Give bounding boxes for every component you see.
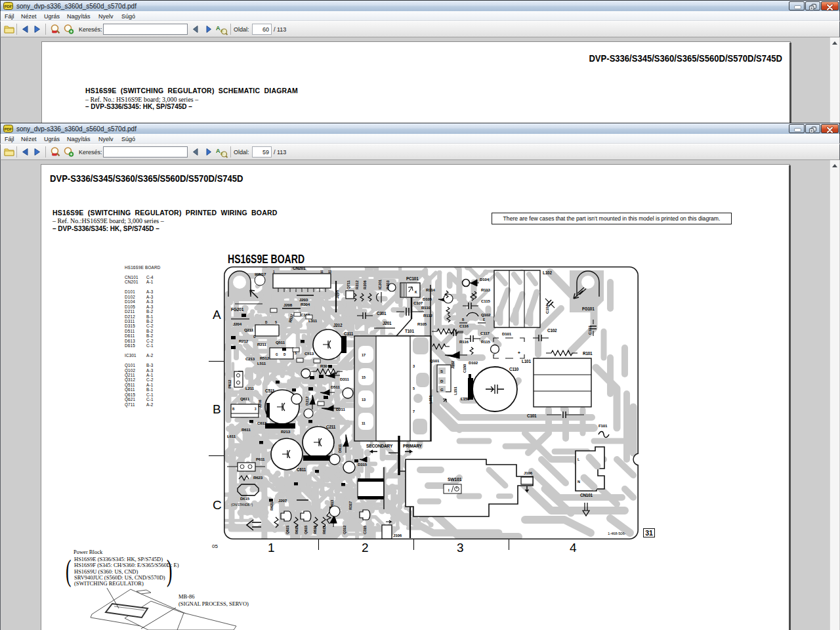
- svg-text:D211: D211: [336, 407, 345, 411]
- svg-text:J204: J204: [233, 322, 242, 326]
- svg-text:FG101: FG101: [582, 306, 595, 311]
- svg-text:L611: L611: [227, 434, 236, 438]
- svg-text:Q611: Q611: [240, 396, 250, 401]
- svg-text:R213: R213: [281, 429, 291, 434]
- svg-text:R616: R616: [313, 525, 317, 534]
- svg-text:J106: J106: [393, 533, 402, 537]
- svg-text:C101: C101: [527, 413, 537, 418]
- svg-text:C315: C315: [363, 525, 367, 534]
- svg-text:R621: R621: [270, 501, 274, 511]
- svg-text:D311: D311: [340, 377, 349, 381]
- svg-text:R304: R304: [301, 302, 310, 306]
- svg-text:N: N: [578, 480, 580, 484]
- svg-text:C107: C107: [413, 301, 423, 305]
- svg-text:SECONDARY: SECONDARY: [366, 444, 393, 448]
- svg-text:T101: T101: [405, 329, 414, 333]
- svg-text:E: E: [483, 318, 485, 322]
- svg-text:J202: J202: [333, 323, 343, 327]
- svg-text:D101: D101: [502, 331, 512, 336]
- svg-text:R101: R101: [583, 351, 593, 356]
- svg-text:F101: F101: [598, 423, 608, 428]
- svg-text:R306: R306: [363, 280, 367, 289]
- svg-text:L102: L102: [543, 270, 552, 275]
- svg-text:99N17: 99N17: [255, 272, 266, 276]
- svg-text:R114: R114: [426, 287, 435, 292]
- svg-text:J106: J106: [524, 471, 533, 475]
- svg-text:S: S: [440, 369, 443, 373]
- svg-text:11: 11: [320, 270, 324, 274]
- svg-text:C150: C150: [463, 364, 467, 373]
- svg-text:J203: J203: [299, 297, 308, 302]
- svg-text:G: G: [440, 388, 444, 392]
- svg-text:R615: R615: [295, 525, 299, 534]
- svg-text:D102: D102: [469, 360, 478, 365]
- svg-text:C513: C513: [304, 351, 314, 356]
- svg-text:FG201: FG201: [231, 307, 244, 312]
- svg-text:D615: D615: [240, 496, 250, 501]
- svg-text:7: 7: [413, 410, 415, 413]
- svg-text:D104: D104: [480, 277, 490, 282]
- svg-text:D511: D511: [331, 385, 340, 389]
- svg-text:R115: R115: [481, 339, 490, 344]
- svg-text:+: +: [518, 350, 520, 355]
- svg-text:C301: C301: [377, 311, 387, 316]
- svg-text:R611: R611: [242, 427, 251, 432]
- svg-text:R105: R105: [417, 322, 427, 326]
- svg-text:J201: J201: [383, 321, 392, 326]
- svg-text:C117: C117: [480, 331, 490, 335]
- svg-text:R312: R312: [355, 280, 359, 289]
- svg-text:1-468-506-: 1-468-506-: [608, 532, 626, 536]
- svg-text:Q312: Q312: [343, 526, 346, 534]
- svg-text:L150: L150: [461, 396, 470, 401]
- svg-text:D212: D212: [305, 396, 309, 406]
- svg-text:15: 15: [362, 375, 366, 379]
- svg-text:J206: J206: [258, 400, 262, 408]
- svg-text:R113: R113: [481, 287, 490, 292]
- svg-text:S: S: [275, 321, 277, 324]
- svg-text:S: S: [295, 352, 297, 355]
- svg-text:(ON/STANDBY): (ON/STANDBY): [231, 503, 253, 507]
- svg-text:C110: C110: [509, 367, 519, 371]
- svg-text:A: A: [216, 148, 220, 154]
- svg-text:11: 11: [362, 421, 366, 425]
- svg-text:PDF: PDF: [5, 5, 12, 9]
- svg-text:17: 17: [362, 353, 366, 357]
- svg-text:Q711: Q711: [346, 280, 350, 289]
- svg-text:R112: R112: [423, 313, 432, 318]
- svg-text:C103: C103: [588, 326, 592, 335]
- svg-text:R623: R623: [253, 475, 263, 480]
- svg-text:13: 13: [328, 270, 331, 274]
- svg-text:Q511: Q511: [276, 340, 285, 345]
- svg-text:SW101: SW101: [448, 477, 462, 482]
- svg-text:C311: C311: [344, 331, 354, 336]
- svg-text:C611: C611: [297, 467, 306, 472]
- svg-text:Q621: Q621: [285, 525, 289, 534]
- svg-text:R110: R110: [421, 305, 430, 310]
- svg-text:Q211: Q211: [244, 327, 254, 332]
- svg-text:C102: C102: [547, 328, 557, 333]
- svg-text:L211: L211: [245, 386, 255, 390]
- svg-text:5: 5: [413, 387, 415, 390]
- svg-text:PC101: PC101: [406, 276, 419, 281]
- svg-text:C116: C116: [459, 324, 469, 328]
- svg-text:Q101: Q101: [430, 358, 440, 363]
- svg-text:PRIMARY: PRIMARY: [403, 444, 423, 448]
- svg-text:IC301: IC301: [378, 279, 382, 289]
- svg-text:J205: J205: [335, 289, 339, 299]
- svg-text:L511: L511: [257, 361, 266, 366]
- svg-text:J102: J102: [451, 361, 455, 369]
- svg-text:A: A: [216, 25, 220, 32]
- svg-text:C115: C115: [481, 299, 490, 303]
- svg-text:C211: C211: [326, 425, 336, 429]
- svg-text:D611: D611: [338, 444, 342, 453]
- svg-text:R317: R317: [348, 501, 352, 510]
- svg-text:C613: C613: [257, 421, 267, 425]
- svg-text:L151: L151: [429, 395, 432, 404]
- svg-text:Q615: Q615: [304, 525, 308, 534]
- svg-text:C104: C104: [545, 304, 549, 314]
- svg-text:Q102: Q102: [481, 312, 491, 317]
- svg-text:R512: R512: [260, 356, 270, 360]
- svg-text:C213: C213: [245, 356, 255, 361]
- svg-text:L151: L151: [453, 387, 457, 395]
- svg-text:3: 3: [413, 364, 415, 368]
